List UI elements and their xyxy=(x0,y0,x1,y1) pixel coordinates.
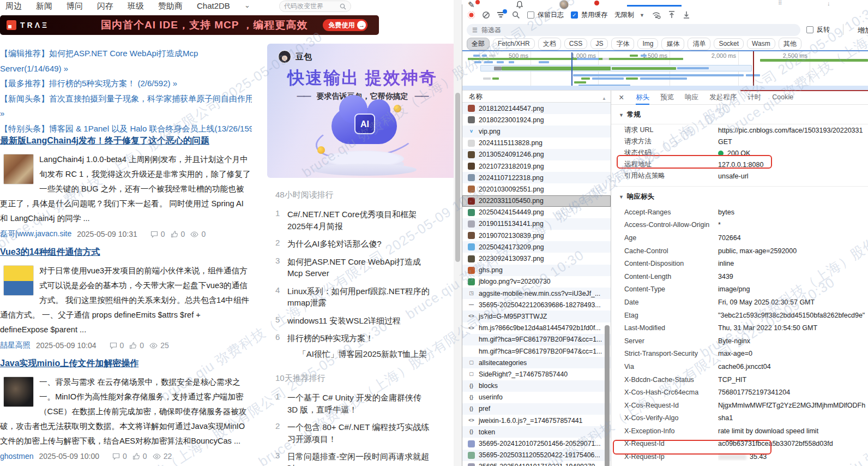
request-row[interactable]: ▢ allsitecategories xyxy=(462,357,611,368)
post-thumbnail[interactable] xyxy=(3,377,34,407)
devtools-apps-icon[interactable]: ⠿ xyxy=(778,0,782,6)
request-row[interactable]: {} pref xyxy=(462,403,611,415)
doubao-ad-card[interactable]: 豆包 快速输出 提效神奇 ——要求告诉豆包，它帮你搞定—— AI xyxy=(267,44,457,178)
request-row[interactable]: 20220331105450.png xyxy=(462,195,611,207)
filter-icon[interactable] xyxy=(497,11,505,18)
rank-item[interactable]: 6 排行榜的5种实现方案！ xyxy=(275,332,455,344)
type-chip[interactable]: 文档 xyxy=(538,38,561,50)
disable-cache-toggle[interactable]: ✓ 禁用缓存 xyxy=(571,10,607,20)
page-scrollbar[interactable] xyxy=(454,0,462,466)
request-row[interactable]: 20190115134141.png xyxy=(462,218,611,230)
write-post-icon[interactable]: ✎ xyxy=(468,0,475,10)
details-tab[interactable]: 响应 xyxy=(685,91,698,105)
type-chip[interactable]: CSS xyxy=(564,38,588,49)
top-menu-item[interactable]: 班级 xyxy=(128,1,144,11)
request-list-scrollbar-thumb[interactable] xyxy=(605,325,610,466)
request-row[interactable]: 20130524091246.png xyxy=(462,149,611,160)
headline-link[interactable]: 【特别头条】博客园 & 1Panel 以及 Halo 联合终身会员上线(13/2… xyxy=(0,121,252,136)
request-row[interactable]: 20241115113828.png xyxy=(462,138,611,149)
request-row[interactable]: ghs.png xyxy=(462,265,611,276)
rank-item[interactable]: 2 为什么AI多轮对话那么傻? xyxy=(275,238,455,250)
top-menu-item[interactable]: 赞助商 xyxy=(158,1,183,11)
type-chip[interactable]: Img xyxy=(637,38,658,49)
clear-icon[interactable] xyxy=(482,11,490,19)
request-row[interactable]: v vip.png xyxy=(462,126,611,137)
details-tab[interactable]: 标头 xyxy=(636,91,649,105)
details-tab[interactable]: 计时 xyxy=(748,91,761,105)
close-icon[interactable]: × xyxy=(619,93,624,103)
like-count[interactable]: 0 xyxy=(132,452,147,461)
type-chip[interactable]: Socket xyxy=(714,38,744,49)
top-menu-item[interactable]: Chat2DB xyxy=(197,1,230,11)
response-headers-section-title[interactable]: ▼响应标头 xyxy=(611,187,868,206)
request-row[interactable]: jblogo.png?v=20200730 xyxy=(462,276,611,288)
type-chip[interactable]: 清单 xyxy=(688,38,710,50)
type-chip[interactable]: Wasm xyxy=(747,38,775,49)
request-row[interactable]: <> jweixin-1.6.0.js?_=1746757857441 xyxy=(462,415,611,426)
request-row[interactable]: 35695-20241201072501456-20529071... xyxy=(462,438,611,449)
search-input[interactable]: 代码改变世界 xyxy=(279,1,351,12)
request-row[interactable]: 20230924130937.png xyxy=(462,253,611,264)
search-icon[interactable] xyxy=(512,11,520,19)
request-row[interactable]: {} blocks xyxy=(462,380,611,392)
headline-link[interactable]: » xyxy=(0,106,252,121)
details-tab[interactable]: 预览 xyxy=(660,91,674,105)
type-chip[interactable]: 媒体 xyxy=(661,38,684,50)
headline-link[interactable]: 【最多推荐】排行榜的5种实现方案！ (2/6/592) » xyxy=(0,76,252,91)
request-row[interactable]: 20190702130839.png xyxy=(462,230,611,241)
rank-item[interactable]: 3 如何把ASP.NET Core WebApi打造成 Mcp Server xyxy=(275,256,455,279)
post-title[interactable]: Vue3的14种组件通信方式 xyxy=(0,247,251,258)
type-chip[interactable]: Fetch/XHR xyxy=(493,38,535,49)
headline-link[interactable]: 【新闻头条】首次直接拍摄到量子现象，科学家捕获单原子间自由作用图像(0/2/14… xyxy=(0,91,252,106)
details-tab[interactable]: Cookie xyxy=(772,91,793,105)
type-chip[interactable]: 其他 xyxy=(779,38,801,50)
rank-item[interactable]: 4 Linux系列：如何用perf跟踪.NET程序的 mmap泄露 xyxy=(275,285,455,309)
request-row[interactable]: {} userinfo xyxy=(462,392,611,403)
request-row[interactable]: 20201030092551.png xyxy=(462,183,611,195)
more-filters-label[interactable]: 增加 xyxy=(858,26,868,35)
top-menu-item[interactable]: 闪存 xyxy=(97,1,113,11)
top-menu-item[interactable]: 周边 xyxy=(5,1,22,11)
record-button[interactable] xyxy=(468,11,475,19)
tshirt-promo-link[interactable]: 「AI很忙」博客园2025新款T恤上架 xyxy=(267,349,458,360)
devtools-download-icon[interactable]: ↓ xyxy=(827,0,830,7)
headline-link[interactable]: 【编辑推荐】如何把ASP.NET Core WebApi打造成Mcp xyxy=(0,46,252,61)
page-scrollbar-thumb[interactable] xyxy=(455,93,460,262)
type-chip[interactable]: 全部 xyxy=(467,38,490,50)
request-row[interactable]: 20241107122318.png xyxy=(462,172,611,183)
chevron-down-icon[interactable]: ⌄ xyxy=(244,1,250,9)
rank-item[interactable]: 1 一个基于 C# Unity 开发的金庸群侠传 3D 版，直呼牛逼！ xyxy=(275,392,455,415)
request-row[interactable]: hm.gif?hca=9FC861797B20F947&cc=1... xyxy=(462,334,611,345)
request-row[interactable]: 20250424173209.png xyxy=(462,241,611,253)
request-row[interactable]: hm.gif?hca=9FC861797B20F947&cc=1... xyxy=(462,345,611,357)
comment-count[interactable]: 0 xyxy=(150,230,165,238)
rank-item[interactable]: 5 windows11 安装WSL2详细过程 xyxy=(275,315,455,327)
post-title[interactable]: Java实现minio上传文件加解密操作 xyxy=(0,358,251,369)
rank-item[interactable]: 3 日常问题排查-空闲一段时间再请求就超 时 xyxy=(275,451,455,466)
request-row[interactable]: — 35695-20250422120639686-18278493... xyxy=(462,299,611,310)
network-conditions-icon[interactable] xyxy=(652,11,661,19)
request-row[interactable]: ▢ SideRight?_=1746757857440 xyxy=(462,368,611,380)
like-count[interactable]: 0 xyxy=(171,230,185,238)
request-row[interactable]: ◳ aggsite-mobile-new.min.css?v=iU3eJf_..… xyxy=(462,288,611,299)
post-author-link[interactable]: 磊哥|www.javacn.site xyxy=(0,229,71,239)
post-thumbnail[interactable] xyxy=(3,265,34,296)
type-chip[interactable]: 字体 xyxy=(611,38,634,50)
request-row[interactable]: 20210723182019.png xyxy=(462,160,611,172)
headline-link[interactable]: Server(1/14/649) » xyxy=(0,61,252,76)
scroll-up-icon[interactable]: ▲ xyxy=(602,93,606,105)
name-column-header[interactable]: 名称 ▲ xyxy=(462,91,611,103)
invert-toggle[interactable]: 反转 xyxy=(806,25,830,34)
top-menu-item[interactable]: 新闻 xyxy=(36,1,52,11)
trae-ad-banner[interactable]: TRΛΞ 国内首个AI IDE，支持 MCP ，编程更高效 免费使用 → xyxy=(0,15,379,35)
network-overview-timeline[interactable]: 500 ms 1,000 ms 1,500 ms 2,000 ms 2,500 … xyxy=(462,51,868,91)
preserve-log-checkbox[interactable] xyxy=(527,11,534,19)
rank-item[interactable]: 1 C#/.NET/.NET Core优秀项目和框架 2025年4月简报 xyxy=(275,208,455,232)
disable-cache-checkbox[interactable]: ✓ xyxy=(571,11,578,19)
bell-icon[interactable] xyxy=(516,1,523,9)
banner-cta-button[interactable]: 免费使用 → xyxy=(323,19,367,31)
request-row[interactable]: <> js?id=G-M95P3TTWJZ xyxy=(462,310,611,322)
import-har-icon[interactable] xyxy=(668,10,676,19)
request-row[interactable]: 20181202144547.png xyxy=(462,103,611,114)
details-tab[interactable]: 发起程序 xyxy=(709,91,737,105)
